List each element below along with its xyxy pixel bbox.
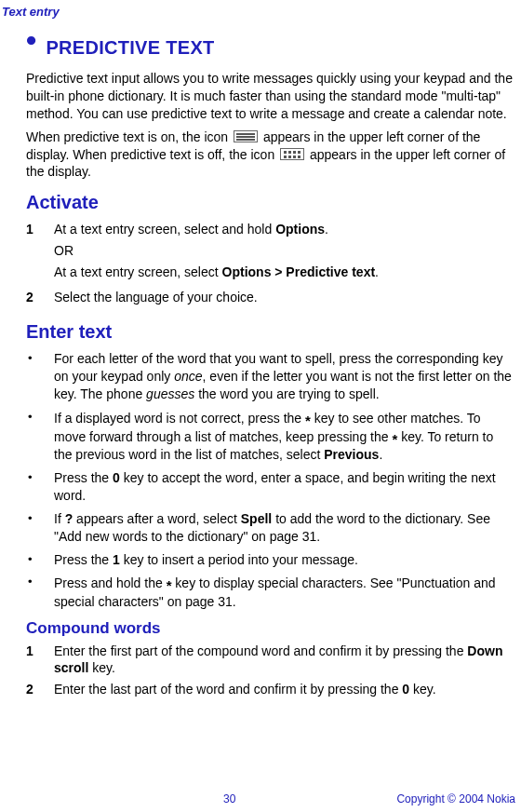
activate-step1a-end: . [325, 222, 328, 237]
activate-step1b: At a text entry screen, select Options >… [54, 264, 514, 281]
bullet-icon: • [26, 551, 54, 569]
b4a: If [54, 511, 65, 526]
bullet-icon: • [26, 510, 54, 546]
enter-text-bullet-5: Press the 1 key to insert a period into … [54, 551, 514, 569]
enter-text-bullet-3: Press the 0 key to accept the word, ente… [54, 469, 514, 505]
b3-key: 0 [113, 470, 120, 485]
bullet-icon: • [26, 469, 54, 505]
b1-once: once [174, 369, 202, 384]
activate-step1b-bold: Options > Predictive text [222, 264, 376, 279]
step-number-1: 1 [26, 221, 54, 285]
activate-or: OR [54, 242, 514, 260]
b2-previous: Previous [324, 447, 379, 462]
enter-text-bullet-4: If ? appears after a word, select Spell … [54, 510, 514, 546]
footer: 30 Copyright © 2004 Nokia [0, 792, 515, 806]
enter-text-bullet-6: Press and hold the * key to display spec… [54, 574, 514, 610]
b4-q: ? [65, 511, 73, 526]
c2b: key. [409, 682, 436, 697]
copyright-text: Copyright © 2004 Nokia [396, 792, 515, 806]
compound-step-2: Enter the last part of the word and conf… [54, 681, 514, 698]
b1c: the word you are trying to spell. [194, 386, 379, 401]
activate-step1b-end: . [375, 264, 379, 279]
bullet-icon: • [26, 574, 54, 610]
activate-step1a: At a text entry screen, select and hold … [54, 221, 514, 238]
enter-text-heading: Enter text [26, 319, 514, 345]
activate-step1a-bold: Options [275, 222, 325, 237]
b4b: appears after a word, select [73, 511, 241, 526]
header-topic: Text entry [2, 4, 60, 20]
star-key-icon: * [167, 577, 172, 593]
b6a: Press and hold the [54, 575, 167, 590]
step-number-1: 1 [26, 643, 54, 678]
enter-text-bullet-2: If a displayed word is not correct, pres… [54, 409, 514, 464]
intro-para-2: When predictive text is on, the icon app… [26, 129, 514, 182]
predictive-text-heading: • PREDICTIVE TEXT [26, 35, 514, 61]
b2d: . [379, 447, 382, 462]
b5-key: 1 [113, 552, 120, 567]
c2a: Enter the last part of the word and conf… [54, 682, 402, 697]
step-number-2: 2 [26, 289, 54, 310]
bullet-icon: • [26, 409, 54, 464]
intro-2a: When predictive text is on, the icon [26, 129, 232, 144]
predictive-off-icon [280, 148, 304, 160]
b3b: key to accept the word, enter a space, a… [54, 470, 496, 503]
activate-step1b-text: At a text entry screen, select [54, 264, 222, 279]
step-number-2: 2 [26, 681, 54, 698]
page-number: 30 [223, 792, 235, 806]
b5a: Press the [54, 552, 113, 567]
c1a: Enter the first part of the compound wor… [54, 643, 467, 658]
bullet-icon: • [26, 350, 54, 403]
intro-para-1: Predictive text input allows you to writ… [26, 70, 514, 123]
compound-step-1: Enter the first part of the compound wor… [54, 643, 514, 678]
activate-heading: Activate [26, 190, 514, 215]
c2-key: 0 [402, 682, 409, 697]
b4-spell: Spell [241, 511, 272, 526]
b5b: key to insert a period into your message… [120, 552, 358, 567]
enter-text-bullet-1: For each letter of the word that you wan… [54, 350, 514, 403]
c1b: key. [88, 660, 115, 675]
b1-guesses: guesses [146, 386, 194, 401]
heading-bullet-icon: • [26, 23, 37, 57]
b3a: Press the [54, 470, 113, 485]
predictive-on-icon [234, 130, 258, 142]
star-key-icon: * [392, 431, 397, 447]
b2a: If a displayed word is not correct, pres… [54, 411, 305, 426]
activate-step1a-text: At a text entry screen, select and hold [54, 222, 275, 237]
star-key-icon: * [305, 413, 311, 428]
activate-step2: Select the language of your choice. [54, 289, 514, 306]
predictive-text-heading-label: PREDICTIVE TEXT [46, 37, 214, 58]
compound-words-heading: Compound words [26, 618, 514, 640]
